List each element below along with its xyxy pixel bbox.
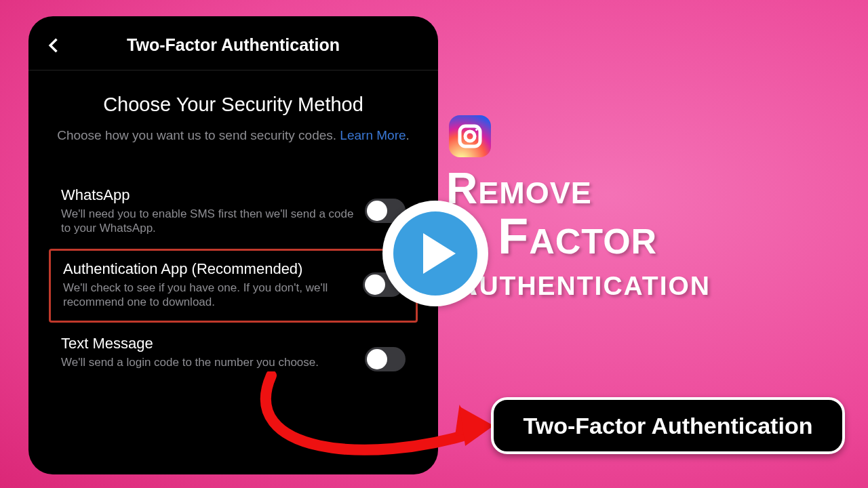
option-title: Authentication App (Recommended) [63,260,353,278]
thumbnail-headline: Remove Factor Authentication [446,167,711,301]
svg-marker-4 [460,407,494,446]
headline-word-2: Factor [498,211,711,262]
section-sub-period: . [406,128,410,142]
settings-panel: Two-Factor Authentication Choose Your Se… [28,16,438,474]
option-text-message[interactable]: Text Message We'll send a login code to … [46,324,420,384]
security-method-section: Choose Your Security Method Choose how y… [28,70,438,384]
option-desc: We'll check to see if you have one. If y… [63,281,353,310]
svg-marker-3 [450,405,481,441]
headline-word-3: Authentication [450,262,711,301]
instagram-icon [449,115,491,157]
option-desc: We'll need you to enable SMS first then … [61,207,355,236]
options-list: WhatsApp We'll need you to enable SMS fi… [46,176,420,384]
svg-point-1 [465,131,475,141]
two-factor-badge: Two-Factor Authentication [491,397,845,454]
option-title: WhatsApp [61,186,355,204]
learn-more-link[interactable]: Learn More [340,128,406,142]
section-heading: Choose Your Security Method [46,94,420,116]
option-auth-app[interactable]: Authentication App (Recommended) We'll c… [49,249,418,323]
section-subtext: Choose how you want us to send security … [46,127,420,144]
play-icon [393,211,477,296]
section-sub-prefix: Choose how you want us to send security … [57,128,340,142]
panel-header: Two-Factor Authentication [28,35,438,70]
panel-title: Two-Factor Authentication [45,35,422,55]
option-whatsapp[interactable]: WhatsApp We'll need you to enable SMS fi… [46,176,420,248]
headline-word-1: Remove [446,167,711,211]
option-desc: We'll send a login code to the number yo… [61,355,355,369]
option-title: Text Message [61,335,355,352]
svg-point-2 [475,129,477,131]
toggle-text-message[interactable] [365,347,406,371]
play-button[interactable] [382,201,488,306]
